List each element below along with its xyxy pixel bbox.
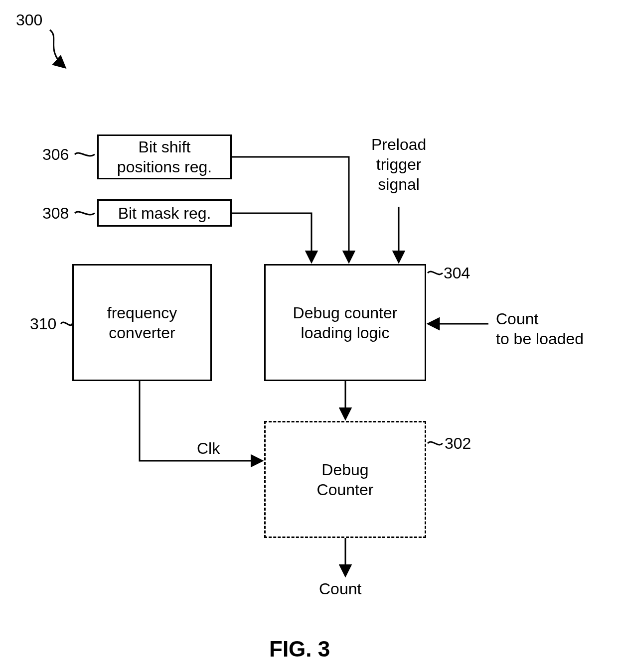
ref-frequency-converter: 310 [30,314,56,334]
label-count-in: Count to be loaded [496,309,584,349]
tilde-306 [75,153,95,156]
label-clk: Clk [197,438,220,458]
block-debug-counter: Debug Counter [264,421,426,538]
tilde-302 [428,442,443,445]
block-bit-mask-reg-text: Bit mask reg. [118,203,211,223]
block-frequency-converter-text: frequency converter [107,303,177,343]
block-loading-logic: Debug counter loading logic [264,264,426,381]
tilde-310 [61,322,72,325]
block-frequency-converter: frequency converter [72,264,212,381]
ref-bit-mask-reg: 308 [42,203,69,223]
block-debug-counter-text: Debug Counter [317,460,374,500]
figure-number-arrow [50,30,65,67]
figure-number-label: 300 [16,10,42,30]
label-preload-trigger: Preload trigger signal [371,134,426,194]
arrow-bitmask-to-logic [232,213,311,262]
block-bit-shift-reg: Bit shift positions reg. [97,134,232,179]
arrow-bitshift-to-logic [232,157,349,262]
block-bit-shift-reg-text: Bit shift positions reg. [117,137,212,177]
tilde-304 [428,271,443,274]
block-bit-mask-reg: Bit mask reg. [97,199,232,227]
ref-debug-counter: 302 [445,433,471,453]
tilde-308 [75,212,95,215]
label-count-out: Count [319,579,361,599]
block-loading-logic-text: Debug counter loading logic [293,303,398,343]
ref-bit-shift-reg: 306 [42,144,69,164]
figure-title: FIG. 3 [269,637,330,662]
ref-loading-logic: 304 [444,263,470,283]
